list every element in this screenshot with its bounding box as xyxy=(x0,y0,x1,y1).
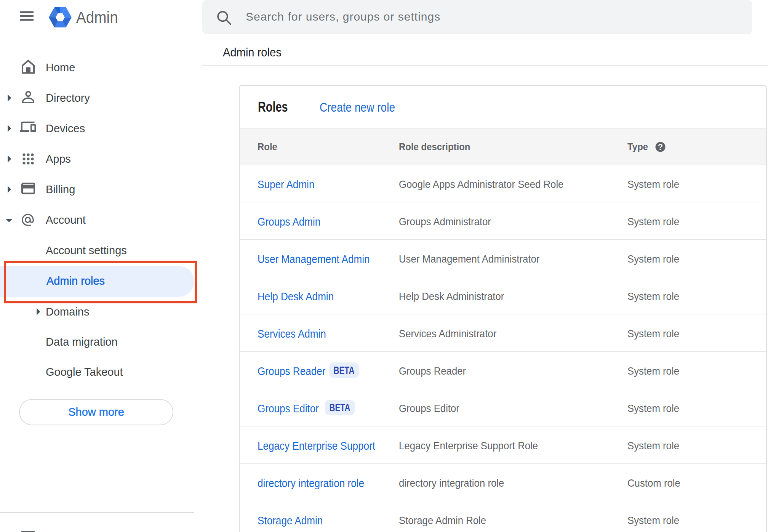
svg-text:?: ? xyxy=(658,142,663,152)
